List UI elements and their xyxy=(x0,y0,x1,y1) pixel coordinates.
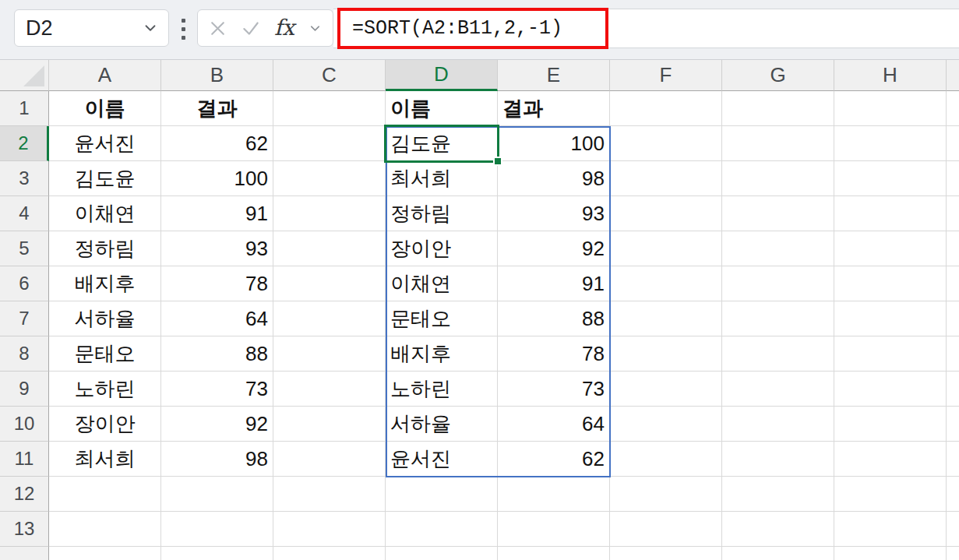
cell-partial[interactable] xyxy=(947,266,959,301)
cell-partial[interactable] xyxy=(947,196,959,231)
cell-A3[interactable]: 김도윤 xyxy=(49,161,161,196)
cell-G2[interactable] xyxy=(722,126,834,161)
cell-H1[interactable] xyxy=(834,91,947,126)
cell-G3[interactable] xyxy=(722,161,834,196)
cell-partial[interactable] xyxy=(947,161,959,196)
cell-G1[interactable] xyxy=(722,91,834,126)
cell-B13[interactable] xyxy=(161,512,273,547)
cell-G10[interactable] xyxy=(722,407,834,442)
cell-partial[interactable] xyxy=(49,547,161,560)
cell-F5[interactable] xyxy=(610,231,722,266)
enter-check-icon[interactable] xyxy=(241,18,261,38)
more-options-icon[interactable] xyxy=(182,19,185,40)
select-all-corner[interactable] xyxy=(0,60,49,91)
cell-H8[interactable] xyxy=(834,336,947,372)
cell-partial[interactable] xyxy=(947,231,959,266)
cell-F6[interactable] xyxy=(610,266,722,301)
cell-partial[interactable] xyxy=(947,547,959,560)
cell-A12[interactable] xyxy=(49,477,161,512)
cell-A10[interactable]: 장이안 xyxy=(49,407,161,442)
cell-C1[interactable] xyxy=(273,91,386,126)
row-header-11[interactable]: 11 xyxy=(0,442,49,477)
cell-F12[interactable] xyxy=(610,477,722,512)
cell-C8[interactable] xyxy=(273,336,386,372)
cell-G13[interactable] xyxy=(722,512,834,547)
column-header-G[interactable]: G xyxy=(722,60,834,91)
cell-H3[interactable] xyxy=(834,161,947,196)
column-header-E[interactable]: E xyxy=(498,60,610,91)
row-header-10[interactable]: 10 xyxy=(0,407,49,442)
cell-H7[interactable] xyxy=(834,301,947,336)
cell-C12[interactable] xyxy=(273,477,386,512)
column-header-H[interactable]: H xyxy=(834,60,947,91)
cell-C4[interactable] xyxy=(273,196,386,231)
cancel-icon[interactable] xyxy=(208,19,227,38)
cell-A5[interactable]: 정하림 xyxy=(49,231,161,266)
cell-B5[interactable]: 93 xyxy=(161,231,273,266)
cell-C3[interactable] xyxy=(273,161,386,196)
cell-partial[interactable] xyxy=(947,372,959,407)
cell-partial[interactable] xyxy=(834,547,947,560)
row-header-6[interactable]: 6 xyxy=(0,266,49,301)
cell-B3[interactable]: 100 xyxy=(161,161,273,196)
row-header-8[interactable]: 8 xyxy=(0,336,49,372)
cell-A11[interactable]: 최서희 xyxy=(49,442,161,477)
cell-D13[interactable] xyxy=(386,512,498,547)
cell-H11[interactable] xyxy=(834,442,947,477)
row-header-2[interactable]: 2 xyxy=(0,126,49,161)
column-header-A[interactable]: A xyxy=(49,60,161,91)
cell-A9[interactable]: 노하린 xyxy=(49,372,161,407)
cell-G4[interactable] xyxy=(722,196,834,231)
cell-C10[interactable] xyxy=(273,407,386,442)
cell-H6[interactable] xyxy=(834,266,947,301)
cell-B7[interactable]: 64 xyxy=(161,301,273,336)
row-header-4[interactable]: 4 xyxy=(0,196,49,231)
cell-G11[interactable] xyxy=(722,442,834,477)
cell-B6[interactable]: 78 xyxy=(161,266,273,301)
cell-G9[interactable] xyxy=(722,372,834,407)
cell-partial[interactable] xyxy=(273,547,386,560)
cell-H4[interactable] xyxy=(834,196,947,231)
cell-B9[interactable]: 73 xyxy=(161,372,273,407)
cell-C7[interactable] xyxy=(273,301,386,336)
cell-A7[interactable]: 서하율 xyxy=(49,301,161,336)
row-header-12[interactable]: 12 xyxy=(0,477,49,512)
row-header-partial[interactable] xyxy=(0,547,49,560)
cell-A8[interactable]: 문태오 xyxy=(49,336,161,372)
cell-E13[interactable] xyxy=(498,512,610,547)
cell-G8[interactable] xyxy=(722,336,834,372)
cell-E12[interactable] xyxy=(498,477,610,512)
cell-B10[interactable]: 92 xyxy=(161,407,273,442)
cell-F8[interactable] xyxy=(610,336,722,372)
row-header-3[interactable]: 3 xyxy=(0,161,49,196)
cell-B1[interactable]: 결과 xyxy=(161,91,273,126)
column-header-partial[interactable] xyxy=(947,60,959,91)
cell-H12[interactable] xyxy=(834,477,947,512)
cell-C6[interactable] xyxy=(273,266,386,301)
cell-partial[interactable] xyxy=(947,126,959,161)
cell-A13[interactable] xyxy=(49,512,161,547)
cell-F13[interactable] xyxy=(610,512,722,547)
cell-partial[interactable] xyxy=(947,336,959,372)
row-header-1[interactable]: 1 xyxy=(0,91,49,126)
insert-function-icon[interactable]: fx xyxy=(274,17,294,39)
cell-partial[interactable] xyxy=(610,547,722,560)
cell-F1[interactable] xyxy=(610,91,722,126)
row-header-7[interactable]: 7 xyxy=(0,301,49,336)
cell-partial[interactable] xyxy=(947,512,959,547)
chevron-down-icon[interactable] xyxy=(142,19,159,37)
cell-A1[interactable]: 이름 xyxy=(49,91,161,126)
column-header-D[interactable]: D xyxy=(386,60,498,91)
cell-B12[interactable] xyxy=(161,477,273,512)
column-header-B[interactable]: B xyxy=(161,60,273,91)
cell-C5[interactable] xyxy=(273,231,386,266)
cell-G5[interactable] xyxy=(722,231,834,266)
cell-C9[interactable] xyxy=(273,372,386,407)
row-header-13[interactable]: 13 xyxy=(0,512,49,547)
cell-partial[interactable] xyxy=(498,547,610,560)
cell-F11[interactable] xyxy=(610,442,722,477)
cell-partial[interactable] xyxy=(947,301,959,336)
cell-B11[interactable]: 98 xyxy=(161,442,273,477)
cell-H2[interactable] xyxy=(834,126,947,161)
formula-text[interactable]: =SORT(A2:B11,2,-1) xyxy=(340,17,562,40)
